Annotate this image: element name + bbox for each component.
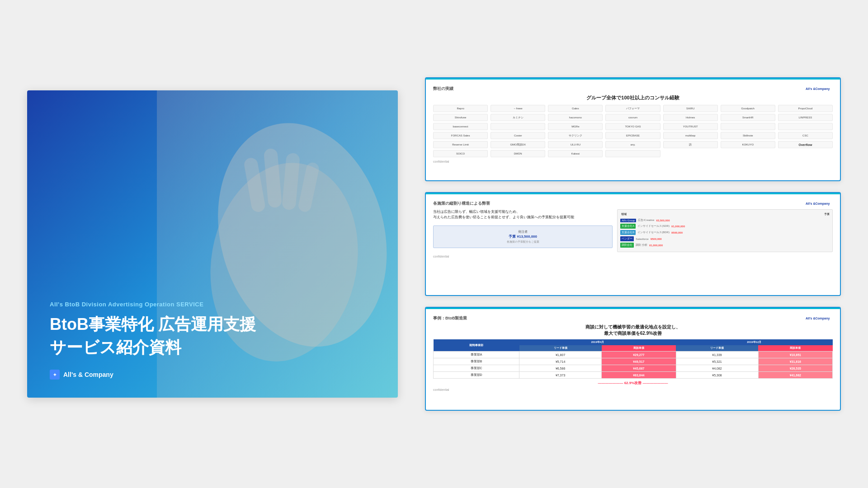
thumbnail-budget[interactable]: 各施策の縦割り構造による弊害 All's &Company 当社は広告に限らず、… [425, 192, 841, 296]
case-row-c: 事業部C ¥6,586 ¥45,687 ¥4,082 ¥26,535 [434, 365, 833, 372]
lead1-d: ¥7,373 [519, 372, 602, 379]
meeting1-b: ¥49,517 [602, 358, 676, 365]
logo-text: All's & Company [63, 371, 113, 378]
lead2-d: ¥5,308 [676, 372, 758, 379]
thumb2-desc-line1: 当社は広告に限らず、幅広い領域を支援可能なため、 [433, 209, 613, 215]
thumbnail-case[interactable]: 事例：BtoB製造業 All's &Company 商談に対して機械学習の最適化… [425, 307, 841, 411]
diagram-row-2: 支援会社A インサイドセールス(SDR) ¥1,000,000 [620, 224, 830, 229]
logo-sairu: SAIRU [663, 105, 718, 112]
logo-csc: CSC [778, 132, 833, 139]
svg-text:All's &Company: All's &Company [806, 87, 830, 91]
thumb3-inner: 事例：BtoB製造業 All's &Company 商談に対して機械学習の最適化… [426, 309, 840, 411]
thumb2-header: 各施策の縦割り構造による弊害 All's &Company [433, 201, 833, 206]
case-row-b: 事業部B ¥5,714 ¥49,517 ¥5,321 ¥31,816 [434, 358, 833, 365]
lead1-c: ¥6,586 [519, 365, 602, 372]
slide-title: BtoB事業特化 広告運用支援 サービス紹介資料 [50, 313, 375, 359]
row3-sub: インサイドセールス(BDR) [637, 230, 670, 235]
row3-label: 支援会社B [620, 230, 636, 235]
thumb1-title: グループ全体で100社以上のコンサル経験 [433, 94, 833, 101]
logo-kokuyo: KOKUYO [721, 141, 775, 148]
dept-a: 事業部A [434, 352, 519, 358]
logo-perf: パフォーマ [605, 105, 660, 112]
logo-jp: 語 [663, 141, 718, 148]
thumb2-diagram: 領域 予算 All's Group 広告/Creative ¥3,500,000… [617, 209, 833, 252]
main-slide[interactable]: All's BtoB Division Advertising Operatio… [27, 90, 398, 398]
lead2-a: ¥1,339 [676, 352, 758, 358]
row2-value: ¥1,000,000 [671, 225, 685, 228]
logo-kaminasi: カミナシ [491, 114, 545, 121]
budget-label: 発注者 [437, 230, 609, 234]
thumbnail-achievements[interactable]: 弊社の実績 All's &Company グループ全体で100社以上のコンサル経… [425, 77, 841, 181]
logo-icon: ✦ [50, 370, 60, 380]
meeting2-b: ¥31,816 [758, 358, 832, 365]
logo-empty2 [721, 123, 775, 130]
lead2-c: ¥4,082 [676, 365, 758, 372]
slide-content: All's BtoB Division Advertising Operatio… [27, 90, 398, 398]
diagram-row-3: 支援会社B インサイドセールス(BDR) ¥500,000 [620, 230, 830, 235]
thumb1-header: 弊社の実績 All's &Company [433, 86, 833, 92]
logo-overflow: Overflow [778, 141, 833, 148]
logo-epicbase: EPICBASE [605, 132, 660, 139]
logo-shirofune: Shirofune [433, 114, 488, 121]
col-2019-12: 2019年12月 [676, 339, 832, 345]
row1-label: All's Group [620, 219, 636, 222]
sub-lead2: リード単価 [676, 345, 758, 352]
company-logo-grid: Repro ←freee Galex パフォーマ SAIRU Goodpatch… [433, 105, 833, 157]
thumb1-inner: 弊社の実績 All's &Company グループ全体で100社以上のコンサル経… [426, 80, 840, 181]
thumb2-text: 当社は広告に限らず、幅広い領域を支援可能なため、 与えられた広告費を使い切ること… [433, 209, 613, 252]
sub-meeting2: 商談単価 [758, 345, 832, 352]
logo-reservelimit: Reserve Limit [433, 141, 488, 148]
logo-soico: SOICO [433, 150, 488, 157]
svg-text:All's &Company: All's &Company [806, 317, 830, 320]
thumb2-body: 当社は広告に限らず、幅広い領域を支援可能なため、 与えられた広告費を使い切ること… [433, 209, 833, 252]
thumb1-section-label: 弊社の実績 [433, 86, 453, 92]
logo-uluru: ULU·RU [548, 141, 603, 148]
logo-multibop: multibop [663, 132, 718, 139]
logo-any: any. [605, 141, 660, 148]
case-table: 期間/事業部 2019年4月 2019年12月 リード単価 商談単価 リード単価… [433, 339, 833, 379]
row4-label: ベンダー [620, 236, 634, 241]
logo-coorum: coorum [605, 114, 660, 121]
dept-d: 事業部D [434, 372, 519, 379]
page-container: All's BtoB Division Advertising Operatio… [0, 0, 868, 488]
row4-sub: Salesforce [636, 238, 648, 240]
meeting2-d: ¥41,682 [758, 372, 832, 379]
logo-kakeai: Kakeai [548, 150, 603, 157]
logo-baseconnect: baseconnect [433, 123, 488, 130]
thumb2-inner: 各施策の縦割り構造による弊害 All's &Company 当社は広告に限らず、… [426, 194, 840, 296]
logo-gmoshodan: GMO商談DX [491, 141, 545, 148]
dept-c: 事業部C [434, 365, 519, 372]
logo-smarthr: SmartHR [721, 114, 775, 121]
row3-value: ¥500,000 [671, 231, 683, 234]
logo-linpress: LINPRESS [778, 114, 833, 121]
diagram-row-4: ベンダー Salesforce ¥500,000 [620, 236, 830, 241]
logo-dmun: DMÜN [491, 150, 545, 157]
sub-lead1: リード単価 [519, 345, 602, 352]
meeting1-d: ¥83,844 [602, 372, 676, 379]
slide-text-block: All's BtoB Division Advertising Operatio… [50, 301, 375, 380]
thumb2-section-label: 各施策の縦割り構造による弊害 [433, 201, 490, 206]
improvement-label: ——————— 62.9%改善 ——————— [433, 380, 833, 385]
diagram-row-5: 調剤会社 調剤 分析 ¥1,000,000 [620, 243, 830, 248]
meeting1-c: ¥45,687 [602, 365, 676, 372]
row1-sub: 広告/Creative [638, 218, 654, 222]
lead2-b: ¥5,321 [676, 358, 758, 365]
meeting1-a: ¥29,277 [602, 352, 676, 358]
budget-amount: 予算 ¥13,500,000 [437, 234, 609, 239]
meeting2-a: ¥10,851 [758, 352, 832, 358]
row2-sub: インサイドセールス(SDR) [637, 224, 670, 228]
meeting2-c: ¥26,535 [758, 365, 832, 372]
logo-propocloud: PropoCloud [778, 105, 833, 112]
thumb3-section-label: 事例：BtoB製造業 [433, 315, 467, 321]
logo-holmes: Holmes [663, 114, 718, 121]
row5-sub: 調剤 分析 [636, 243, 647, 247]
logo-empty1 [491, 123, 545, 130]
col-period: 期間/事業部 [434, 339, 519, 352]
row5-label: 調剤会社 [620, 243, 634, 248]
row1-value: ¥3,500,000 [656, 219, 670, 222]
logo-mgre: MGRe [548, 123, 603, 130]
slide-logo: ✦ All's & Company [50, 370, 375, 380]
logo-forcas: FORCAS Sales [433, 132, 488, 139]
case-row-d: 事業部D ¥7,373 ¥83,844 ¥5,308 ¥41,682 [434, 372, 833, 379]
thumb3-header: 事例：BtoB製造業 All's &Company [433, 315, 833, 321]
